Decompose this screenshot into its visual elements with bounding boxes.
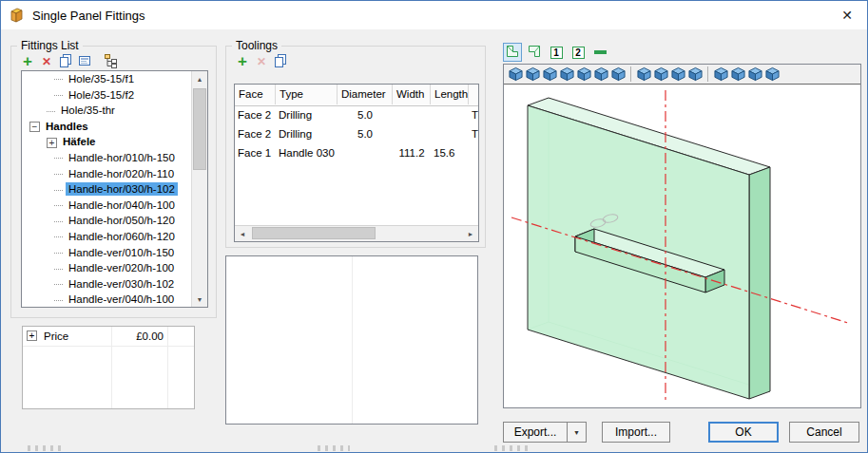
iso-view-cube-button[interactable] (524, 66, 541, 83)
panel-corner-icon (527, 44, 542, 62)
cancel-button[interactable]: Cancel (789, 422, 859, 443)
face-2-button[interactable]: 2 (569, 43, 588, 62)
tree-connector (54, 236, 63, 237)
expand-icon[interactable]: + (27, 330, 37, 341)
tooling-cell (469, 143, 478, 162)
tree-item[interactable]: Hole/35-15/f2 (22, 87, 191, 104)
tree-item-label[interactable]: Hole/35-thr (58, 104, 118, 117)
tree-item[interactable]: Handle-hor/030/h-102 (22, 181, 191, 198)
tree-item-label[interactable]: Handle-ver/020/h-100 (66, 261, 177, 274)
iso-view-cube-button[interactable] (609, 66, 627, 83)
column-header[interactable]: Diameter (338, 85, 393, 104)
tree-view-button[interactable] (103, 53, 120, 70)
delete-fitting-button[interactable]: ✕ (38, 53, 55, 70)
tree-scrollbar[interactable]: ▲ ▼ (191, 71, 207, 307)
collapse-icon[interactable]: − (29, 122, 40, 132)
copy-icon (58, 53, 73, 71)
iso-view-cube-button[interactable] (686, 66, 704, 83)
cube-toolbar (504, 65, 860, 85)
tree-item[interactable]: Handle-hor/060/h-120 (22, 229, 191, 245)
add-tooling-button[interactable]: + (234, 53, 251, 70)
delete-icon: ✕ (42, 55, 51, 68)
export-dropdown-button[interactable]: ▼ (567, 422, 587, 443)
rename-fitting-button[interactable] (76, 53, 93, 70)
tree-item[interactable]: Handle-ver/010/h-150 (22, 245, 191, 261)
iso-view-cube-button[interactable] (635, 66, 652, 83)
tree-item[interactable]: −Handles (22, 119, 191, 135)
close-button[interactable]: ✕ (827, 1, 867, 29)
ok-button[interactable]: OK (708, 422, 779, 443)
delete-tooling-button[interactable]: ✕ (253, 53, 270, 70)
iso-view-cube-button[interactable] (712, 66, 729, 83)
tooling-cell (431, 124, 469, 143)
scroll-right-icon[interactable]: ► (463, 226, 478, 241)
scroll-thumb[interactable] (193, 88, 206, 170)
tree-connector (54, 253, 63, 254)
scroll-down-icon[interactable]: ▼ (192, 292, 207, 307)
iso-view-cube-button[interactable] (558, 66, 575, 83)
toolings-hscrollbar[interactable]: ◄ ► (235, 225, 478, 241)
tooling-row[interactable]: Face 2Drilling5.0Th (235, 124, 478, 143)
scroll-up-icon[interactable]: ▲ (192, 71, 207, 86)
face-1-icon: 1 (550, 47, 563, 59)
tree-item-label[interactable]: Handle-hor/040/h-100 (66, 198, 178, 212)
tree-item[interactable]: Handle-hor/040/h-100 (22, 198, 191, 214)
tree-item-label[interactable]: Handle-ver/040/h-100 (66, 293, 177, 306)
column-header[interactable]: Width (393, 85, 431, 104)
add-fitting-button[interactable]: + (19, 53, 36, 70)
iso-view-cube-button[interactable] (592, 66, 609, 83)
column-header[interactable] (469, 85, 478, 104)
tree-item[interactable]: Handle-ver/040/h-100 (22, 292, 191, 307)
tree-item-label[interactable]: Handles (43, 120, 91, 133)
tree-connector (54, 174, 63, 175)
price-row[interactable]: + Price £0.00 (23, 327, 194, 346)
tooling-cell: 111.2 (393, 143, 431, 162)
copy-tooling-button[interactable] (272, 53, 289, 70)
scroll-left-icon[interactable]: ◄ (235, 226, 250, 241)
iso-view-cube-button[interactable] (746, 66, 763, 83)
tooling-row[interactable]: Face 1Handle 030111.215.6 (235, 143, 478, 162)
tree-item-label[interactable]: Hole/35-15/f2 (66, 88, 137, 102)
column-header[interactable]: Face (235, 85, 276, 104)
tree-item[interactable]: Handle-ver/020/h-100 (22, 260, 191, 276)
tree-item[interactable]: Handle-hor/020/h-110 (22, 166, 191, 182)
iso-view-cube-button[interactable] (575, 66, 592, 83)
tree-item-label[interactable]: Hole/35-15/f1 (66, 72, 137, 85)
tree-item-label[interactable]: Handle-hor/060/h-120 (66, 230, 178, 243)
tree-item[interactable]: +Häfele (22, 134, 191, 150)
tree-item[interactable]: Hole/35-15/f1 (22, 71, 191, 87)
tree-item[interactable]: Hole/35-thr (22, 103, 191, 119)
edge-view-button[interactable] (590, 43, 609, 62)
fittings-group-label: Fittings List (17, 39, 83, 52)
tooling-row[interactable]: Face 2Drilling5.0Th (235, 105, 478, 124)
iso-view-cube-button[interactable] (729, 66, 746, 83)
import-button[interactable]: Import... (602, 422, 670, 443)
tree-item-label[interactable]: Häfele (60, 135, 99, 148)
tree-item-label[interactable]: Handle-hor/030/h-102 (66, 182, 178, 196)
face-1-button[interactable]: 1 (547, 43, 566, 62)
panel-3d-drawing[interactable] (504, 85, 860, 407)
iso-view-cube-button[interactable] (541, 66, 558, 83)
tree-item[interactable]: Handle-ver/030/h-102 (22, 276, 191, 293)
chevron-down-icon: ▼ (573, 429, 580, 436)
tree-item-label[interactable]: Handle-hor/010/h-150 (66, 151, 178, 164)
copy-fitting-button[interactable] (57, 53, 74, 70)
tree-item-label[interactable]: Handle-hor/050/h-120 (66, 214, 178, 227)
tree-item[interactable]: Handle-hor/050/h-120 (22, 213, 191, 229)
tree-item-label[interactable]: Handle-ver/030/h-102 (66, 277, 177, 291)
expand-icon[interactable]: + (47, 138, 57, 148)
iso-view-cube-button[interactable] (507, 66, 524, 83)
tree-item[interactable]: Handle-hor/010/h-150 (22, 150, 191, 166)
corner-view-button-1[interactable] (503, 43, 522, 62)
column-header[interactable]: Type (276, 85, 338, 104)
scroll-thumb[interactable] (252, 227, 376, 239)
tree-item-label[interactable]: Handle-ver/010/h-150 (66, 246, 177, 259)
iso-view-cube-button[interactable] (669, 66, 686, 83)
grid-divider (352, 256, 353, 424)
export-button[interactable]: Export... (503, 422, 568, 443)
iso-view-cube-button[interactable] (652, 66, 669, 83)
iso-view-cube-button[interactable] (763, 66, 781, 83)
column-header[interactable]: Length (431, 85, 469, 104)
corner-view-button-2[interactable] (525, 43, 544, 62)
tree-item-label[interactable]: Handle-hor/020/h-110 (66, 167, 177, 180)
